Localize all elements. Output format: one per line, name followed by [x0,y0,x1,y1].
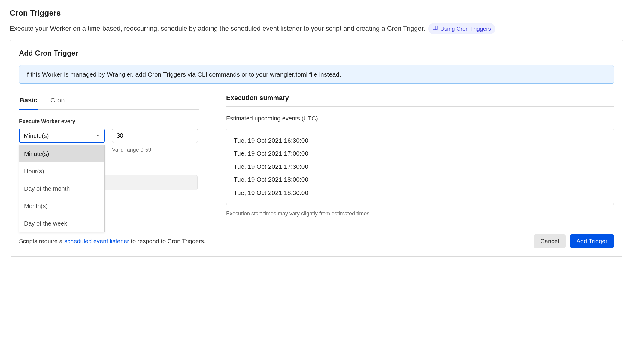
tab-cron[interactable]: Cron [50,93,65,110]
page-title: Cron Triggers [10,7,623,19]
interval-label: Execute Worker every [19,117,199,126]
footer-text-before: Scripts require a [19,238,64,244]
chevron-down-icon: ▼ [96,132,100,139]
unit-option-day-of-week[interactable]: Day of the week [19,215,104,232]
summary-footnote: Execution start times may vary slightly … [226,210,614,218]
page-description: Execute your Worker on a time-based, reo… [10,23,623,34]
event-row: Tue, 19 Oct 2021 17:30:00 [234,160,607,173]
scheduled-listener-link[interactable]: scheduled event listener [64,238,129,244]
add-trigger-button[interactable]: Add Trigger [570,234,614,248]
basic-config-column: Basic Cron Execute Worker every Minute(s… [19,93,199,190]
book-icon [432,24,438,33]
footer-text-after: to respond to Cron Triggers. [129,238,206,244]
docs-link[interactable]: Using Cron Triggers [428,23,495,34]
summary-title: Execution summary [226,93,614,107]
event-row: Tue, 19 Oct 2021 17:00:00 [234,147,607,160]
unit-option-months[interactable]: Month(s) [19,197,104,215]
footer-note: Scripts require a scheduled event listen… [19,237,205,246]
unit-dropdown: Minute(s) Hour(s) Day of the month Month… [19,145,105,232]
unit-option-day-of-month[interactable]: Day of the month [19,180,104,197]
event-row: Tue, 19 Oct 2021 16:30:00 [234,134,607,147]
interval-helper: Valid range 0-59 [112,146,198,154]
interval-value-input[interactable] [112,129,198,143]
cancel-button[interactable]: Cancel [534,234,565,248]
execution-summary-column: Execution summary Estimated upcoming eve… [226,93,614,218]
config-tabs: Basic Cron [19,93,199,110]
unit-option-minutes[interactable]: Minute(s) [19,145,104,162]
event-row: Tue, 19 Oct 2021 18:30:00 [234,186,607,199]
unit-option-hours[interactable]: Hour(s) [19,162,104,180]
upcoming-events-box: Tue, 19 Oct 2021 16:30:00 Tue, 19 Oct 20… [226,128,614,206]
unit-select[interactable]: Minute(s) ▼ [19,129,105,143]
page-description-text: Execute your Worker on a time-based, reo… [10,25,425,32]
svg-rect-0 [433,26,435,30]
summary-subhead: Estimated upcoming events (UTC) [226,114,614,123]
unit-select-value: Minute(s) [24,131,49,140]
info-banner: If this Worker is managed by Wrangler, a… [19,65,614,84]
card-footer: Scripts require a scheduled event listen… [19,226,614,248]
docs-link-label: Using Cron Triggers [440,24,491,33]
card-title: Add Cron Trigger [19,48,614,59]
event-row: Tue, 19 Oct 2021 18:00:00 [234,173,607,186]
tab-basic[interactable]: Basic [19,93,38,110]
add-cron-card: Add Cron Trigger If this Worker is manag… [10,40,623,257]
